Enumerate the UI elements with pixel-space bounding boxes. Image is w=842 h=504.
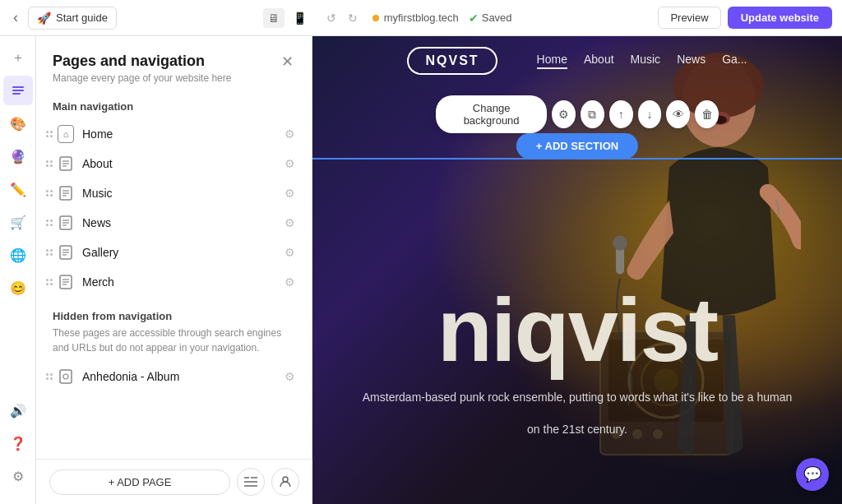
- check-icon: ✔: [469, 12, 479, 25]
- toolbar-settings-button[interactable]: ⚙: [552, 100, 576, 128]
- drag-handle[interactable]: [46, 131, 53, 137]
- page-settings-album[interactable]: ⚙: [281, 368, 298, 385]
- drag-handle[interactable]: [46, 160, 53, 167]
- site-nav-links: Home About Music News Ga...: [537, 53, 747, 69]
- site-logo: NQVST: [407, 47, 497, 75]
- svg-point-24: [63, 374, 68, 379]
- panel-close-button[interactable]: ✕: [280, 53, 295, 71]
- change-background-button[interactable]: Change background: [436, 95, 547, 133]
- nav-item-merch[interactable]: Merch ⚙: [36, 267, 312, 297]
- add-section-button[interactable]: + ADD SECTION: [516, 133, 638, 159]
- album-page-icon: [58, 368, 74, 385]
- nav-item-music[interactable]: Music ⚙: [36, 178, 312, 208]
- svg-rect-0: [12, 86, 24, 88]
- topbar: ‹ 🚀 Start guide 🖥 📱 ↺ ↻ myfirstblog.tech…: [0, 0, 842, 36]
- sidebar-settings-button[interactable]: ⚙: [3, 461, 33, 491]
- sidebar-translate-button[interactable]: 🌐: [3, 240, 33, 270]
- page-settings-gallery[interactable]: ⚙: [281, 244, 298, 261]
- start-guide-label: Start guide: [56, 12, 108, 24]
- news-page-icon: [58, 215, 74, 231]
- drag-handle[interactable]: [46, 249, 53, 256]
- saved-label: Saved: [482, 12, 512, 24]
- panel-header: Pages and navigation Manage every page o…: [36, 36, 312, 90]
- svg-point-33: [613, 236, 627, 251]
- start-guide-button[interactable]: 🚀 Start guide: [28, 7, 117, 30]
- music-page-icon: [58, 185, 74, 201]
- add-page-button[interactable]: + ADD PAGE: [49, 469, 230, 495]
- back-button[interactable]: ‹: [10, 6, 21, 30]
- drag-handle[interactable]: [46, 279, 53, 285]
- mobile-icon[interactable]: 📱: [288, 8, 312, 28]
- chat-button[interactable]: 💬: [796, 458, 829, 491]
- sidebar-blog-button[interactable]: ✏️: [3, 174, 33, 204]
- hidden-section: Hidden from navigation These pages are a…: [36, 297, 312, 362]
- pages-panel: Pages and navigation Manage every page o…: [36, 36, 312, 504]
- undo-button[interactable]: ↺: [322, 8, 341, 28]
- toolbar-up-button[interactable]: ↑: [609, 100, 633, 128]
- drag-handle[interactable]: [46, 220, 53, 226]
- page-settings-news[interactable]: ⚙: [281, 215, 298, 231]
- hero-subtitle-line1: Amsterdam-based punk rock ensemble, putt…: [312, 388, 842, 406]
- page-name-music: Music: [82, 187, 281, 200]
- sidebar-pages-button[interactable]: [3, 76, 33, 105]
- site-url: myfirstblog.tech: [384, 12, 459, 24]
- toolbar-eye-button[interactable]: 👁: [666, 100, 690, 128]
- site-nav-home[interactable]: Home: [537, 53, 567, 69]
- svg-rect-23: [60, 370, 72, 383]
- panel-footer: + ADD PAGE: [36, 459, 312, 504]
- panel-content: Main navigation ⌂ Home ⚙: [36, 90, 312, 504]
- home-page-icon: ⌂: [58, 126, 74, 142]
- panel-subtitle: Manage every page of your website here: [53, 72, 231, 84]
- nav-item-home[interactable]: ⌂ Home ⚙: [36, 119, 312, 149]
- footer-list-icon-button[interactable]: [237, 468, 265, 496]
- site-nav-about[interactable]: About: [584, 53, 614, 69]
- footer-person-icon-button[interactable]: [271, 468, 299, 496]
- hidden-section-title: Hidden from navigation: [53, 310, 295, 322]
- site-nav-news[interactable]: News: [677, 53, 706, 69]
- redo-button[interactable]: ↻: [343, 8, 363, 28]
- site-nav-music[interactable]: Music: [631, 53, 661, 69]
- page-settings-music[interactable]: ⚙: [281, 185, 298, 201]
- nav-item-about[interactable]: About ⚙: [36, 149, 312, 178]
- page-name-album: Anhedonia - Album: [82, 370, 281, 383]
- page-settings-merch[interactable]: ⚙: [281, 274, 298, 290]
- sidebar-store-button[interactable]: 🛒: [3, 207, 33, 237]
- nav-item-hidden-album[interactable]: Anhedonia - Album ⚙: [36, 362, 312, 391]
- site-url-status: myfirstblog.tech: [372, 12, 459, 24]
- sidebar-theme-button[interactable]: 🎨: [3, 109, 33, 138]
- sidebar-bottom: 🔊 ❓ ⚙: [3, 395, 33, 497]
- toolbar-duplicate-button[interactable]: ⧉: [581, 100, 604, 128]
- saved-badge: ✔ Saved: [469, 12, 512, 25]
- desktop-icon[interactable]: 🖥: [263, 8, 285, 28]
- icon-sidebar: ＋ 🎨 🔮 ✏️ 🛒 🌐 😊 🔊 ❓ ⚙: [0, 36, 36, 504]
- svg-rect-1: [12, 90, 24, 91]
- nav-item-news[interactable]: News ⚙: [36, 208, 312, 238]
- page-settings-about[interactable]: ⚙: [281, 155, 298, 172]
- main-layout: ＋ 🎨 🔮 ✏️ 🛒 🌐 😊 🔊 ❓ ⚙ Pages and navigatio…: [0, 36, 842, 504]
- toolbar-delete-button[interactable]: 🗑: [695, 100, 719, 128]
- sidebar-avatar-button[interactable]: 😊: [3, 273, 33, 303]
- update-website-button[interactable]: Update website: [728, 7, 832, 29]
- gallery-page-icon: [58, 244, 74, 261]
- main-nav-label: Main navigation: [36, 90, 312, 119]
- preview-button[interactable]: Preview: [658, 7, 720, 29]
- sidebar-plus-button[interactable]: ＋: [3, 43, 33, 72]
- page-settings-home[interactable]: ⚙: [281, 126, 298, 142]
- nav-item-gallery[interactable]: Gallery ⚙: [36, 238, 312, 267]
- sidebar-notification-button[interactable]: 🔊: [3, 395, 33, 425]
- page-name-news: News: [82, 216, 281, 229]
- drag-handle[interactable]: [46, 373, 53, 380]
- toolbar-down-button[interactable]: ↓: [638, 100, 662, 128]
- person-icon: [279, 475, 292, 488]
- hero-band-name: niqvist: [312, 284, 842, 375]
- sidebar-help-button[interactable]: ❓: [3, 428, 33, 458]
- site-nav-gallery[interactable]: Ga...: [722, 53, 747, 69]
- device-switcher: 🖥 📱: [263, 8, 312, 28]
- drag-handle[interactable]: [46, 190, 53, 197]
- panel-title: Pages and navigation: [53, 53, 231, 70]
- sidebar-app-button[interactable]: 🔮: [3, 141, 33, 171]
- page-name-gallery: Gallery: [82, 246, 281, 259]
- hidden-section-desc: These pages are accessible through searc…: [53, 326, 295, 355]
- rocket-icon: 🚀: [37, 12, 51, 25]
- floating-toolbar: Change background ⚙ ⧉ ↑ ↓ 👁 🗑: [436, 95, 719, 133]
